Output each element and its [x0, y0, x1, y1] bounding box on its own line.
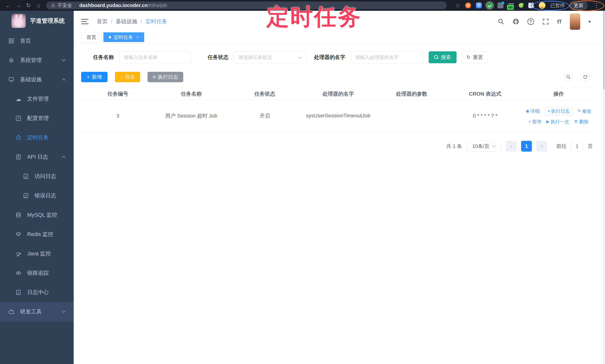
reset-button[interactable]: ↻ 重置	[461, 51, 488, 63]
handler-name-input[interactable]	[351, 51, 423, 63]
chevron-up-icon	[62, 156, 66, 160]
breadcrumb-infra[interactable]: 基础设施	[116, 18, 137, 25]
sidebar-item-log-center[interactable]: 日志中心	[0, 283, 74, 302]
address-bar[interactable]: ⚠ 不安全 dashboard.yudao.iocoder.cn/infra/j…	[46, 1, 447, 9]
sidebar-item-redis-monitor[interactable]: Redis 监控	[0, 225, 74, 244]
col-header-params: 处理器的参数	[375, 89, 448, 99]
scrollbar-thumb[interactable]	[603, 11, 605, 89]
row-execution-log-link[interactable]: ≡ 执行日志	[545, 107, 573, 115]
app-logo	[12, 14, 26, 28]
goto-page-input[interactable]	[571, 141, 583, 152]
sidebar-item-label: 研发工具	[20, 308, 42, 315]
tab-close-icon[interactable]: ×	[136, 35, 139, 40]
security-label[interactable]: 不安全	[57, 2, 72, 9]
handler-name-label: 处理器的名字	[314, 54, 345, 61]
add-button-label: 新增	[92, 74, 102, 80]
extension-icon-grid[interactable]	[498, 2, 503, 8]
download-icon: ↓	[120, 74, 123, 80]
table-refresh-button[interactable]	[581, 73, 590, 81]
sidebar-item-scheduled-jobs[interactable]: 定时任务	[0, 128, 74, 147]
page-scrollbar[interactable]	[603, 11, 605, 364]
sidebar-item-api-logs[interactable]: API 日志	[0, 147, 74, 167]
tab-home[interactable]: 首页	[81, 32, 102, 42]
pause-link[interactable]: × 暂停	[529, 119, 541, 125]
col-header-name: 任务名称	[155, 89, 228, 99]
extension-on-badge: on	[507, 5, 514, 10]
total-count-label: 共 1 条	[446, 143, 462, 150]
sidebar-item-dev-tools[interactable]: 研发工具	[0, 302, 74, 321]
extension-icon-green-check[interactable]	[487, 2, 493, 8]
tabs-bar: 首页 定时任务 ×	[74, 32, 603, 43]
browser-back-icon[interactable]: ←	[3, 2, 13, 9]
bookmark-star-icon[interactable]: ☆	[455, 2, 460, 9]
modify-link[interactable]: ✎ 修改	[578, 108, 591, 114]
app-logo-row[interactable]: 芋道管理系统	[0, 11, 74, 31]
sidebar-item-home[interactable]: 首页	[0, 31, 74, 51]
page-1-button[interactable]: 1	[521, 141, 532, 152]
detail-link-label: 详细	[531, 108, 540, 114]
job-name-input[interactable]	[119, 51, 191, 63]
cell-job-id: 3	[81, 111, 155, 121]
extension-icon-lines[interactable]: on	[508, 3, 514, 8]
detail-link[interactable]: ◉ 详细	[526, 108, 540, 114]
extension-icon-orange[interactable]	[465, 2, 471, 8]
breadcrumb-current: 定时任务	[145, 18, 167, 25]
browser-profile-avatar[interactable]	[539, 2, 545, 9]
extension-icon-blue[interactable]	[476, 2, 482, 8]
chevron-down-icon	[62, 309, 66, 313]
browser-menu-kebab-icon[interactable]: ⋮	[592, 2, 601, 9]
header-actions: ? tT ▾	[498, 13, 591, 30]
sidebar-item-access-logs[interactable]: 访问日志	[0, 167, 74, 186]
search-toggle-button[interactable]	[564, 73, 573, 81]
sidebar-item-tracing[interactable]: 链路追踪	[0, 263, 74, 283]
delete-link[interactable]: 删除	[574, 119, 589, 125]
extension-icon-leaf[interactable]	[519, 3, 524, 8]
sync-paused-label[interactable]: 已暂停	[550, 2, 565, 9]
sidebar-item-mysql-monitor[interactable]: MySQL 监控	[0, 205, 74, 225]
tab-label: 首页	[87, 34, 96, 40]
browser-update-button[interactable]: 更新	[570, 1, 588, 10]
refresh-icon: ↻	[466, 54, 471, 60]
sidebar-item-infra[interactable]: 基础设施	[0, 70, 74, 89]
export-button[interactable]: ↓ 导出	[115, 72, 140, 82]
next-page-button[interactable]: ›	[536, 141, 547, 152]
browser-reload-icon[interactable]: ↻	[24, 2, 33, 9]
breadcrumb-home[interactable]: 首页	[97, 18, 107, 25]
search-button-label: 搜索	[441, 54, 451, 61]
user-avatar[interactable]	[570, 13, 580, 30]
tab-scheduled-jobs[interactable]: 定时任务 ×	[104, 32, 144, 42]
app-title: 芋道管理系统	[30, 17, 65, 25]
sidebar-item-config-mgmt[interactable]: 配置管理	[0, 109, 74, 128]
fullscreen-icon[interactable]	[542, 18, 549, 25]
menu-collapse-icon[interactable]	[81, 17, 89, 26]
prev-page-button[interactable]: ‹	[506, 141, 517, 152]
chevron-up-icon	[62, 78, 66, 82]
page-size-select[interactable]: 10条/页	[466, 141, 501, 152]
extensions-puzzle-icon[interactable]	[528, 3, 534, 8]
log-doc-icon	[15, 154, 22, 160]
add-button[interactable]: + 新增	[81, 72, 107, 82]
execution-log-button[interactable]: ≡ 执行日志	[147, 72, 183, 82]
row-execution-log-label: 执行日志	[551, 108, 570, 114]
sidebar-item-system[interactable]: ⚙ 系统管理	[0, 51, 74, 70]
sidebar-item-file-mgmt[interactable]: ☁ 文件管理	[0, 89, 74, 109]
search-button[interactable]: 搜索	[429, 51, 457, 63]
search-icon[interactable]	[498, 18, 504, 25]
browser-forward-icon[interactable]: →	[13, 2, 24, 9]
run-once-link[interactable]: ▶ 执行一次	[546, 119, 569, 125]
job-status-select[interactable]: 请选择任务状态	[234, 51, 307, 63]
github-icon[interactable]	[513, 18, 519, 25]
help-icon[interactable]: ?	[527, 18, 534, 25]
sidebar-item-error-logs[interactable]: 错误日志	[0, 186, 74, 205]
user-menu-caret-icon[interactable]: ▾	[589, 19, 591, 25]
sidebar-item-java-monitor[interactable]: Java 监控	[0, 244, 74, 263]
execution-log-button-label: 执行日志	[158, 74, 178, 80]
font-size-icon[interactable]: tT	[557, 18, 562, 25]
table-header-row: 任务编号 任务名称 任务状态 处理器的名字 处理器的参数 CRON 表达式 操作	[81, 88, 595, 100]
browser-home-icon[interactable]: ⌂	[33, 2, 43, 9]
col-header-status: 任务状态	[228, 89, 302, 99]
url-path: /infra/job	[148, 3, 167, 8]
page-unit-label: 页	[588, 143, 593, 150]
page-size-value: 10条/页	[472, 143, 489, 150]
sidebar-item-label: Redis 监控	[27, 231, 53, 238]
